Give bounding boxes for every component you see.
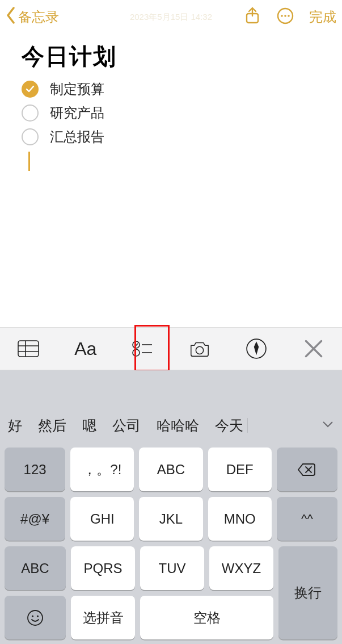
chevron-down-icon [322, 418, 334, 430]
checkbox-checked-icon[interactable] [22, 81, 39, 98]
more-icon [276, 7, 294, 25]
keyboard-gap [0, 370, 342, 405]
svg-point-2 [281, 15, 283, 17]
table-icon [18, 338, 39, 359]
candidate[interactable]: 哈哈哈 [157, 416, 199, 435]
key-jkl[interactable]: JKL [139, 497, 202, 541]
share-button[interactable] [243, 7, 261, 27]
delete-icon [297, 462, 316, 478]
key-kaomoji[interactable]: ^^ [277, 497, 337, 541]
key-numbers[interactable]: 123 [5, 448, 65, 491]
expand-candidates-button[interactable] [322, 417, 334, 434]
candidate[interactable]: 好 [8, 416, 22, 435]
checklist-item[interactable]: 汇总报告 [22, 128, 320, 146]
share-icon [243, 7, 261, 25]
more-button[interactable] [276, 7, 294, 27]
close-toolbar-button[interactable] [285, 328, 343, 370]
note-title[interactable]: 今日计划 [22, 41, 320, 72]
keyboard: 好 然后 嗯 公司 哈哈哈 今天 123 ，。?! ABC DEF #@ [0, 405, 342, 644]
checklist-button[interactable] [114, 328, 171, 370]
key-delete[interactable] [277, 448, 337, 491]
nav-bar: 备忘录 2023年5月15日 14:32 完成 [0, 0, 342, 34]
camera-button[interactable] [171, 328, 229, 370]
svg-point-21 [37, 615, 39, 617]
done-button[interactable]: 完成 [309, 8, 336, 26]
candidate[interactable]: 嗯 [82, 416, 96, 435]
candidate[interactable]: 公司 [112, 416, 141, 435]
key-pinyin[interactable]: 选拼音 [71, 596, 135, 639]
table-button[interactable] [0, 328, 57, 370]
checklist-label[interactable]: 制定预算 [50, 80, 104, 98]
markup-button[interactable] [228, 328, 285, 370]
key-pqrs[interactable]: PQRS [71, 546, 135, 590]
note-body[interactable]: 今日计划 制定预算 研究产品 汇总报告 [0, 34, 342, 171]
back-button[interactable]: 备忘录 [6, 7, 59, 27]
svg-rect-5 [18, 341, 39, 357]
key-return[interactable]: 换行 [278, 546, 337, 639]
back-label: 备忘录 [18, 8, 59, 26]
checklist-label[interactable]: 汇总报告 [50, 128, 104, 146]
key-symbols[interactable]: #@¥ [5, 497, 65, 541]
chevron-left-icon [6, 7, 16, 27]
close-icon [303, 338, 324, 359]
checklist-label[interactable]: 研究产品 [50, 104, 104, 122]
key-def[interactable]: DEF [208, 448, 272, 491]
checklist-item[interactable]: 研究产品 [22, 104, 320, 122]
svg-point-20 [32, 615, 33, 617]
pen-circle-icon [246, 338, 267, 359]
candidate[interactable]: 今天 [215, 416, 243, 435]
smile-icon [27, 609, 44, 626]
candidate-row: 好 然后 嗯 公司 哈哈哈 今天 [0, 405, 342, 445]
format-toolbar: Aa [0, 327, 342, 370]
key-space[interactable]: 空格 [140, 596, 273, 639]
text-cursor [28, 152, 30, 171]
text-format-button[interactable]: Aa [57, 328, 115, 370]
svg-point-19 [28, 610, 43, 625]
svg-point-4 [288, 15, 290, 17]
svg-point-3 [284, 15, 286, 17]
key-abc[interactable]: ABC [139, 448, 202, 491]
key-tuv[interactable]: TUV [140, 546, 204, 590]
key-mode-abc[interactable]: ABC [5, 546, 66, 590]
camera-icon [189, 338, 210, 359]
svg-point-11 [133, 349, 140, 356]
checklist-icon [132, 338, 153, 359]
checkbox-unchecked-icon[interactable] [22, 128, 39, 145]
key-emoji[interactable] [5, 596, 66, 639]
svg-point-13 [196, 346, 203, 354]
key-ghi[interactable]: GHI [70, 497, 134, 541]
key-punct[interactable]: ，。?! [70, 448, 134, 491]
key-mno[interactable]: MNO [208, 497, 272, 541]
key-wxyz[interactable]: WXYZ [209, 546, 273, 590]
checkbox-unchecked-icon[interactable] [22, 104, 39, 122]
candidate[interactable]: 然后 [38, 416, 66, 435]
checklist-item[interactable]: 制定预算 [22, 80, 320, 98]
